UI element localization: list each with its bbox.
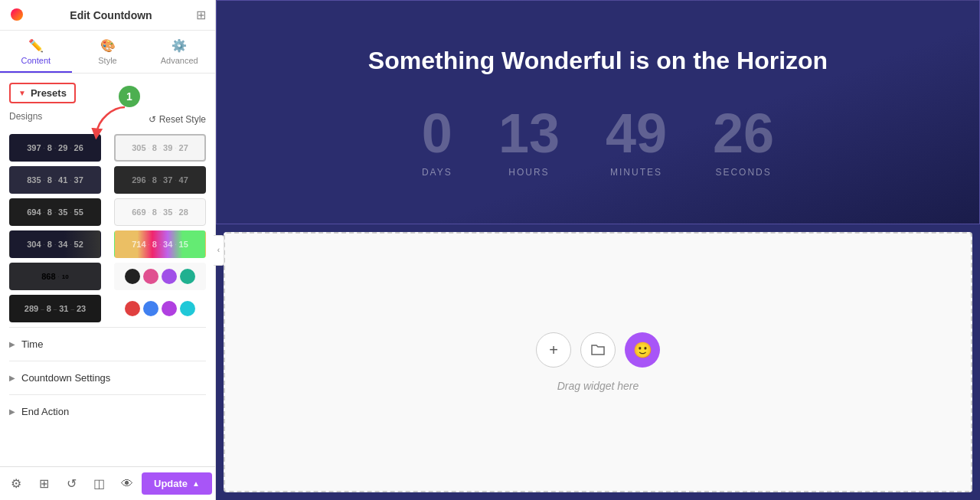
preset-thumb-5[interactable]: 694 · 8 · 35 · 55	[9, 198, 101, 226]
timer-unit-minutes: 49 MINUTES	[606, 106, 667, 178]
main-area: Something Wonderful is on the Horizon 0 …	[216, 0, 980, 500]
preset-row-6: 289 – 8 – 31 – 23	[9, 295, 206, 322]
section-countdown-arrow: ▶	[9, 374, 15, 382]
preset-thumb-12[interactable]	[114, 295, 206, 322]
designs-label: Designs	[9, 111, 42, 122]
timer-unit-seconds: 26 SECONDS	[713, 106, 774, 178]
tab-content[interactable]: ✏️ Content	[0, 31, 72, 73]
collapse-panel-handle[interactable]: ‹	[214, 235, 224, 266]
preview-bottom-icon[interactable]: 👁	[114, 467, 140, 500]
add-widget-button[interactable]: +	[536, 332, 571, 368]
tab-advanced[interactable]: ⚙️ Advanced	[143, 31, 215, 73]
reset-label: Reset Style	[159, 114, 206, 125]
panel-content: ▼ Presets Designs ↺ Reset Style 397 · 8 …	[0, 74, 215, 466]
grid-icon[interactable]: ⊞	[196, 8, 206, 22]
timer-hours-label: HOURS	[508, 167, 549, 178]
elementor-logo	[9, 7, 26, 24]
preset-thumb-2[interactable]: 305 · 8 · 39 · 27	[114, 134, 206, 162]
timer-unit-days: 0 DAYS	[422, 106, 452, 178]
timer-minutes-number: 49	[606, 106, 667, 161]
update-label: Update	[154, 478, 188, 489]
preset-thumb-10[interactable]	[114, 263, 206, 290]
drag-widget-text: Drag widget here	[557, 380, 639, 392]
timer-unit-hours: 13 HOURS	[498, 106, 560, 178]
preset-thumb-9[interactable]: 868 · 10	[9, 263, 101, 290]
preset-row-2: 835 · 8 · 41 · 37 296 · 8 · 37 · 47	[9, 166, 206, 194]
preset-row-3: 694 · 8 · 35 · 55 669 · 8 · 35 · 28	[9, 198, 206, 226]
preset-thumb-1[interactable]: 397 · 8 · 29 · 26	[9, 134, 101, 162]
countdown-timer: 0 DAYS 13 HOURS 49 MINUTES 26 SECONDS	[422, 106, 774, 178]
preset-row-4: 304 · 8 · 34 · 52 714 · 8 · 34 · 15	[9, 230, 206, 258]
timer-hours-number: 13	[498, 106, 560, 161]
style-tab-icon: 🎨	[100, 38, 116, 53]
section-time[interactable]: ▶ Time	[9, 327, 206, 361]
advanced-tab-icon: ⚙️	[172, 38, 187, 53]
section-end-action[interactable]: ▶ End Action	[9, 394, 206, 428]
update-chevron-icon: ▲	[192, 479, 200, 488]
tabs-bar: ✏️ Content 🎨 Style ⚙️ Advanced	[0, 31, 215, 74]
left-panel: Edit Countdown ⊞ ✏️ Content 🎨 Style ⚙️ A…	[0, 0, 216, 500]
preset-thumb-6[interactable]: 669 · 8 · 35 · 28	[114, 198, 206, 226]
style-tab-label: Style	[98, 56, 116, 65]
bottom-bar: ⚙ ⊞ ↺ ◫ 👁 Update ▲	[0, 466, 215, 500]
section-countdown-settings[interactable]: ▶ Countdown Settings	[9, 361, 206, 394]
responsive-bottom-icon[interactable]: ◫	[87, 467, 113, 500]
reset-style-button[interactable]: ↺ Reset Style	[149, 114, 206, 125]
section-end-arrow: ▶	[9, 407, 15, 416]
section-countdown-label: Countdown Settings	[21, 372, 110, 384]
timer-days-label: DAYS	[422, 167, 452, 178]
presets-arrow-icon: ▼	[18, 89, 26, 97]
presets-button[interactable]: ▼ Presets	[9, 83, 76, 103]
preset-thumb-11[interactable]: 289 – 8 – 31 – 23	[9, 295, 101, 322]
timer-days-number: 0	[422, 106, 452, 161]
section-time-arrow: ▶	[9, 340, 15, 348]
timer-seconds-label: SECONDS	[715, 167, 771, 178]
tab-style[interactable]: 🎨 Style	[72, 31, 144, 73]
drop-buttons: + 🙂	[536, 332, 660, 368]
browse-templates-button[interactable]	[580, 332, 616, 368]
section-end-label: End Action	[21, 406, 69, 417]
settings-bottom-icon[interactable]: ⚙	[3, 467, 29, 500]
reset-icon: ↺	[149, 114, 156, 125]
preset-thumb-8[interactable]: 714 · 8 · 34 · 15	[114, 230, 206, 258]
panel-title: Edit Countdown	[70, 9, 152, 21]
timer-seconds-number: 26	[713, 106, 774, 161]
layers-bottom-icon[interactable]: ⊞	[31, 467, 57, 500]
countdown-title: Something Wonderful is on the Horizon	[368, 47, 828, 75]
timer-minutes-label: MINUTES	[610, 167, 662, 178]
preset-badge: 1	[119, 86, 140, 107]
presets-header: ▼ Presets	[9, 83, 206, 103]
advanced-tab-label: Advanced	[161, 56, 198, 65]
update-button[interactable]: Update ▲	[142, 472, 212, 495]
preset-thumb-4[interactable]: 296 · 8 · 37 · 47	[114, 166, 206, 194]
drop-area[interactable]: + 🙂 Drag widget here	[224, 232, 972, 492]
emoji-picker-button[interactable]: 🙂	[625, 332, 660, 368]
preset-row-5: 868 · 10	[9, 263, 206, 290]
preset-row-1: 397 · 8 · 29 · 26 305 · 8 · 39 · 27	[9, 134, 206, 162]
section-time-label: Time	[21, 338, 43, 350]
history-bottom-icon[interactable]: ↺	[58, 467, 84, 500]
panel-header: Edit Countdown ⊞	[0, 0, 215, 31]
content-tab-label: Content	[21, 56, 51, 65]
presets-label: Presets	[31, 87, 67, 99]
content-tab-icon: ✏️	[28, 38, 44, 53]
countdown-widget[interactable]: Something Wonderful is on the Horizon 0 …	[216, 0, 980, 224]
preset-thumb-3[interactable]: 835 · 8 · 41 · 37	[9, 166, 101, 194]
preset-thumb-7[interactable]: 304 · 8 · 34 · 52	[9, 230, 101, 258]
